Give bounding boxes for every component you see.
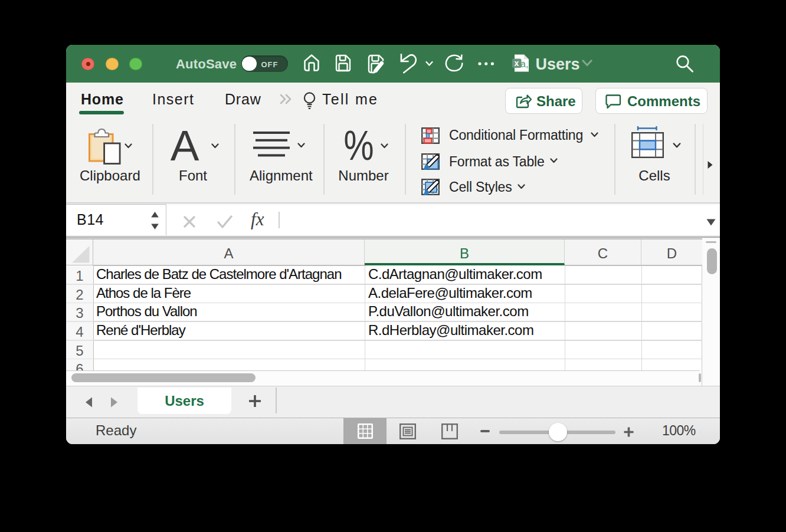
svg-text:x: x [515,58,519,68]
svg-text:a,: a, [520,59,528,69]
